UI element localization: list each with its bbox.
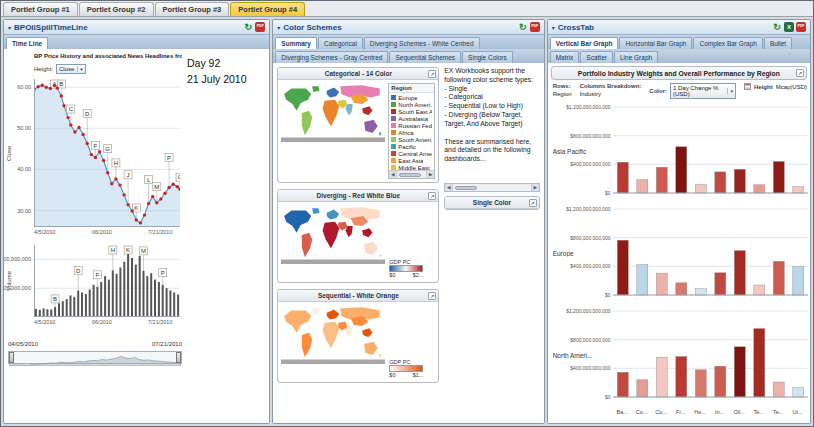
- volume-bar[interactable]: [89, 290, 91, 317]
- industry-bar[interactable]: [753, 329, 764, 397]
- volume-bar[interactable]: [93, 285, 95, 317]
- tab-sequential-schemes[interactable]: Sequential Schemes: [389, 51, 461, 63]
- volume-bar[interactable]: [162, 285, 164, 317]
- legend-item[interactable]: East Asia: [391, 157, 432, 164]
- legend-item[interactable]: South Ameri...: [391, 136, 432, 143]
- portlet-group-tab-1[interactable]: Portlet Group #1: [3, 2, 78, 16]
- price-point[interactable]: [60, 94, 63, 97]
- price-point[interactable]: [56, 86, 59, 89]
- scroll-left-icon[interactable]: ◀: [445, 184, 453, 191]
- legend-item[interactable]: Africa: [391, 129, 432, 136]
- scroll-thumb[interactable]: [399, 173, 421, 177]
- industry-bar[interactable]: [636, 380, 647, 397]
- price-point[interactable]: [114, 177, 117, 180]
- industry-bar[interactable]: [675, 283, 686, 295]
- price-point[interactable]: [172, 183, 175, 186]
- volume-bar[interactable]: [108, 280, 110, 317]
- scroll-thumb[interactable]: [455, 186, 477, 190]
- price-point[interactable]: [53, 84, 56, 87]
- legend-item[interactable]: Australasia: [391, 115, 432, 122]
- legend-item[interactable]: Pacific: [391, 143, 432, 150]
- volume-bar[interactable]: [166, 288, 168, 317]
- region-plot[interactable]: [613, 205, 808, 301]
- slider-handle-left[interactable]: [9, 352, 14, 363]
- price-point[interactable]: [135, 218, 138, 221]
- industry-bar[interactable]: [656, 167, 667, 193]
- expand-icon[interactable]: [428, 70, 436, 78]
- price-point[interactable]: [147, 202, 150, 205]
- industry-bar[interactable]: [617, 372, 628, 397]
- price-point[interactable]: [36, 85, 39, 88]
- volume-bar[interactable]: [73, 297, 75, 317]
- volume-bar[interactable]: [100, 282, 102, 317]
- rows-value[interactable]: Region: [553, 91, 572, 97]
- collapse-icon[interactable]: ▾: [552, 24, 555, 31]
- volume-bar[interactable]: [154, 280, 156, 317]
- expand-icon[interactable]: [796, 69, 804, 77]
- industry-bar[interactable]: [734, 347, 745, 397]
- volume-bar[interactable]: [169, 291, 171, 318]
- price-point[interactable]: [106, 171, 109, 174]
- industry-bar[interactable]: [773, 261, 784, 295]
- industry-bar[interactable]: [773, 382, 784, 397]
- portlet-group-tab-4[interactable]: Portlet Group #4: [230, 2, 305, 16]
- region-plot[interactable]: [613, 307, 808, 403]
- volume-bar[interactable]: [77, 291, 79, 318]
- volume-bar[interactable]: [58, 303, 60, 317]
- volume-bar[interactable]: [119, 268, 121, 318]
- industry-bar[interactable]: [636, 180, 647, 193]
- volume-bar[interactable]: [35, 309, 37, 317]
- industry-bar[interactable]: [792, 267, 803, 295]
- volume-bar[interactable]: [135, 265, 137, 317]
- price-point[interactable]: [167, 186, 170, 189]
- pdf-export-icon[interactable]: [530, 22, 540, 32]
- industry-bar[interactable]: [617, 240, 628, 295]
- volume-bar[interactable]: [173, 293, 175, 318]
- legend-item[interactable]: North Ameri...: [391, 101, 432, 108]
- portlet-group-tab-3[interactable]: Portlet Group #3: [155, 2, 230, 16]
- volume-bar[interactable]: [146, 276, 148, 317]
- volume-bar[interactable]: [54, 307, 56, 317]
- price-point[interactable]: [90, 153, 93, 156]
- industry-bar[interactable]: [656, 357, 667, 397]
- legend-item[interactable]: Europe: [391, 94, 432, 101]
- industry-bar[interactable]: [675, 357, 686, 398]
- refresh-icon[interactable]: [518, 22, 528, 32]
- tab-scatter[interactable]: Scatter: [580, 51, 613, 63]
- pdf-export-icon[interactable]: [255, 22, 265, 32]
- pdf-export-icon[interactable]: [796, 22, 806, 32]
- expand-icon[interactable]: [428, 192, 436, 200]
- scroll-right-icon[interactable]: ▶: [426, 171, 434, 178]
- tab-horizontal-bar-graph[interactable]: Horizontal Bar Graph: [619, 37, 692, 49]
- price-point[interactable]: [77, 126, 80, 129]
- price-point[interactable]: [73, 130, 76, 133]
- price-point[interactable]: [143, 213, 146, 216]
- volume-bar[interactable]: [104, 276, 106, 317]
- volume-bar[interactable]: [39, 310, 41, 317]
- volume-bar[interactable]: [62, 301, 64, 317]
- tab-matrix[interactable]: Matrix: [550, 51, 580, 63]
- industry-bar[interactable]: [636, 265, 647, 296]
- volume-bar[interactable]: [131, 258, 133, 317]
- tab-summary[interactable]: Summary: [275, 37, 317, 49]
- volume-bar[interactable]: [112, 270, 114, 317]
- tab-diverging-schemes-white-centred[interactable]: Diverging Schemes - White Centred: [364, 37, 480, 49]
- volume-bar[interactable]: [85, 294, 87, 317]
- volume-bar[interactable]: [66, 299, 68, 317]
- industry-bar[interactable]: [714, 366, 725, 397]
- refresh-icon[interactable]: [243, 22, 253, 32]
- legend-scrollbar[interactable]: ◀ ▶: [389, 170, 434, 178]
- volume-bar[interactable]: [127, 249, 129, 318]
- tab-time-line[interactable]: Time Line: [6, 37, 48, 49]
- volume-bar[interactable]: [43, 308, 45, 317]
- price-point[interactable]: [122, 193, 125, 196]
- volume-bar[interactable]: [46, 309, 48, 317]
- columns-breakdown-value[interactable]: Industry: [580, 91, 642, 97]
- price-point[interactable]: [151, 195, 154, 198]
- tab-diverging-schemes-gray-centred[interactable]: Diverging Schemes - Gray Centred: [275, 51, 388, 63]
- price-point[interactable]: [66, 116, 69, 119]
- tab-vertical-bar-graph[interactable]: Vertical Bar Graph: [550, 37, 619, 49]
- volume-bar[interactable]: [116, 274, 118, 317]
- price-point[interactable]: [62, 104, 65, 107]
- volume-bar[interactable]: [177, 295, 179, 318]
